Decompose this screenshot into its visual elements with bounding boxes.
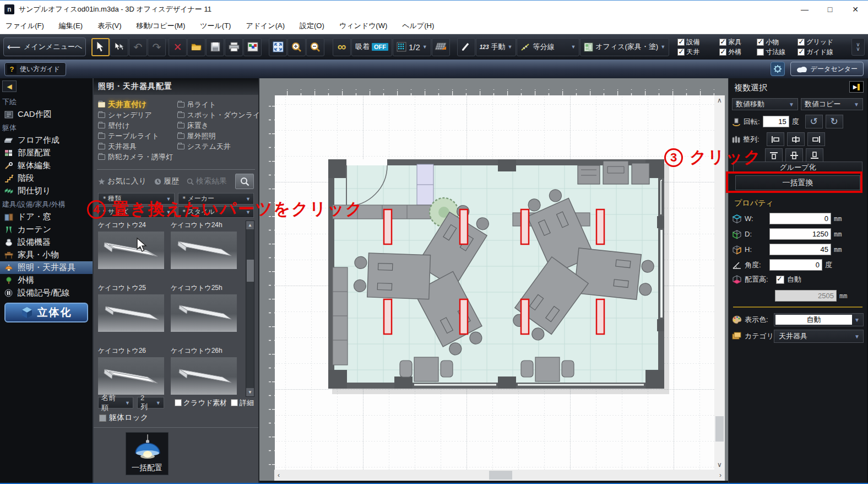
horizontal-scrollbar[interactable]: ‹ › <box>274 470 725 481</box>
open-button[interactable] <box>187 38 205 56</box>
tab-history[interactable]: 履歴 <box>154 176 179 186</box>
check-ceiling[interactable]: 天井 <box>677 47 719 57</box>
category-wall-mount[interactable]: 壁付け <box>98 120 177 131</box>
display-mode-dropdown[interactable]: オフィス(家具・塗) ▼ <box>580 38 669 56</box>
search-button[interactable] <box>235 174 254 189</box>
main-menu-button[interactable]: ⟵ メインメニューへ <box>3 37 86 56</box>
numeric-copy-dropdown[interactable]: 数値コピー▼ <box>801 98 863 110</box>
category-table-light[interactable]: テーブルライト <box>98 131 177 141</box>
structure-lock-checkbox[interactable]: 躯体ロック <box>99 413 148 423</box>
sidebar-item-furniture[interactable]: 家具・小物 <box>0 249 93 261</box>
batch-place-button[interactable]: 一括配置 <box>126 432 169 475</box>
sidebar-item-partition[interactable]: 間仕切り <box>0 185 93 197</box>
scrollbar-thumb[interactable] <box>715 416 724 442</box>
align-right-button[interactable] <box>807 132 825 146</box>
check-small-items[interactable]: 小物 <box>757 37 798 47</box>
align-left-button[interactable] <box>767 132 784 146</box>
manual-dimension-dropdown[interactable]: 123 手動 ▼ <box>476 38 517 56</box>
sort-dropdown[interactable]: 名前順▼ <box>98 397 133 408</box>
tab-favorites[interactable]: お気に入り <box>98 176 147 186</box>
rotate-ccw-button[interactable]: ↺ <box>805 115 823 128</box>
category-system-ceiling[interactable]: システム天井 <box>177 141 257 152</box>
scroll-right-icon[interactable]: › <box>719 471 721 479</box>
sidebar-item-curtain[interactable]: カーテン <box>0 223 93 236</box>
delete-button[interactable]: ✕ <box>169 38 187 56</box>
export-image-button[interactable] <box>243 38 262 56</box>
check-exterior[interactable]: 外構 <box>719 47 757 57</box>
part-item[interactable]: ケイコウトウ24h <box>171 221 240 269</box>
data-center-button[interactable]: データセンター <box>790 62 864 76</box>
rotate-cw-button[interactable]: ↻ <box>826 115 843 128</box>
menu-addin[interactable]: アドイン(A) <box>246 21 285 31</box>
category-floor-light[interactable]: 床置き <box>177 120 257 131</box>
menu-tools[interactable]: ツール(T) <box>200 21 231 31</box>
check-guide-line[interactable]: ガイド線 <box>798 47 840 57</box>
close-button[interactable]: ✕ <box>843 1 868 18</box>
sidebar-item-equipment[interactable]: 設備機器 <box>0 236 93 249</box>
zoom-in-button[interactable] <box>287 38 306 56</box>
align-bottom-button[interactable] <box>806 148 823 162</box>
snap-toggle-button[interactable]: 吸着 OFF <box>351 38 392 56</box>
check-equipment[interactable]: 設備 <box>677 37 719 47</box>
category-ceiling-mount[interactable]: 天井直付け <box>98 99 177 110</box>
sidebar-item-exterior[interactable]: 外構 <box>0 274 93 287</box>
grid-scale-dropdown[interactable]: 1/2 ▼ <box>393 38 431 56</box>
category-pendant-light[interactable]: 吊ライト <box>177 99 257 110</box>
make-3d-button[interactable]: 立体化 <box>4 303 88 322</box>
check-grid-layer[interactable]: グリッド <box>798 37 840 47</box>
sidebar-collapse-button[interactable]: ◀ <box>2 80 17 92</box>
panel-expand-button[interactable]: ▶ <box>849 81 864 93</box>
check-dimension-line[interactable]: 寸法線 <box>757 47 798 57</box>
height-input[interactable]: 45 <box>769 244 831 255</box>
cloud-material-checkbox[interactable]: クラウド素材 <box>175 398 227 408</box>
scroll-up-icon[interactable]: ∧ <box>717 96 722 104</box>
numeric-move-dropdown[interactable]: 数値移動▼ <box>732 98 798 110</box>
scroll-down-icon[interactable]: ▼ <box>246 388 254 396</box>
menu-move-copy[interactable]: 移動/コピー(M) <box>137 21 186 31</box>
check-furniture[interactable]: 家具 <box>719 37 757 47</box>
display-color-dropdown[interactable]: 自動 ▼ <box>774 313 864 326</box>
part-item[interactable]: ケイコウトウ25 <box>98 283 167 332</box>
sidebar-item-stairs[interactable]: 階段 <box>0 172 93 185</box>
equal-divide-dropdown[interactable]: 等分線 ▼ <box>517 38 579 56</box>
align-top-button[interactable] <box>765 148 783 162</box>
plan-canvas[interactable]: ∧ ∨ ‹ › <box>259 78 728 484</box>
sidebar-item-room[interactable]: 部屋配置 <box>0 147 93 159</box>
sidebar-item-lighting[interactable]: 照明・天井器具 <box>0 261 93 274</box>
fit-view-button[interactable] <box>269 38 287 56</box>
menu-window[interactable]: ウィンドウ(W) <box>339 21 387 31</box>
sidebar-item-structure-edit[interactable]: 躯体編集 <box>0 159 93 172</box>
toolbar-overflow-button[interactable]: ∨∨ <box>851 38 865 56</box>
category-security-camera[interactable]: 防犯カメラ・誘導灯 <box>98 152 177 162</box>
angle-input[interactable]: 0 <box>769 259 822 271</box>
align-center-h-button[interactable] <box>787 132 805 146</box>
select-tool-button[interactable] <box>91 38 110 56</box>
menu-settings[interactable]: 設定(O) <box>300 21 324 31</box>
maximize-button[interactable]: □ <box>817 1 843 18</box>
sidebar-item-floor[interactable]: フロア作成 <box>0 134 93 147</box>
align-middle-v-button[interactable] <box>785 148 803 162</box>
part-item[interactable]: ケイコウトウ26h <box>171 346 240 395</box>
zoom-out-button[interactable] <box>306 38 324 56</box>
part-item[interactable]: ケイコウトウ24 <box>98 221 167 269</box>
menu-file[interactable]: ファイル(F) <box>6 21 44 31</box>
columns-dropdown[interactable]: 2列▼ <box>137 397 164 408</box>
depth-input[interactable]: 1250 <box>769 228 831 240</box>
scroll-down-icon[interactable]: ∨ <box>717 461 722 469</box>
category-ceiling-fixture[interactable]: 天井器具 <box>98 141 177 152</box>
sidebar-item-cad[interactable]: CAD作図 <box>0 108 93 121</box>
menu-edit[interactable]: 編集(E) <box>59 21 83 31</box>
undo-button[interactable]: ↶ <box>129 38 147 56</box>
detail-checkbox[interactable]: 詳細 <box>231 398 254 408</box>
category-dropdown[interactable]: 天井器具 ▼ <box>774 330 864 343</box>
sidebar-item-wiring[interactable]: 設備記号/配線 <box>0 287 93 299</box>
scroll-up-icon[interactable]: ▲ <box>246 221 254 229</box>
sidebar-item-door-window[interactable]: ドア・窓 <box>0 211 93 223</box>
part-item[interactable]: ケイコウトウ25h <box>171 283 240 332</box>
usage-guide-button[interactable]: ? 使い方ガイド <box>4 62 66 76</box>
settings-gear-button[interactable] <box>771 62 785 76</box>
auto-height-checkbox[interactable] <box>776 276 784 284</box>
texture-grid-button[interactable] <box>432 38 450 56</box>
multi-select-tool-button[interactable] <box>110 38 128 56</box>
menu-view[interactable]: 表示(V) <box>97 21 121 31</box>
